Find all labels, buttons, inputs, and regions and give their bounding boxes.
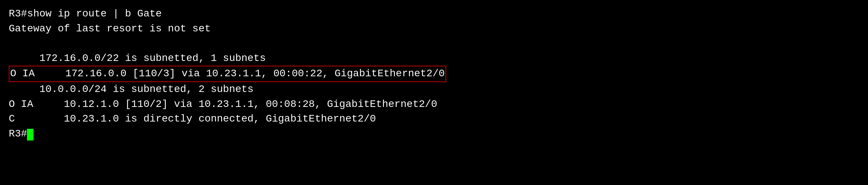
terminal-line-subnet-172: 172.16.0.0/22 is subnetted, 1 subnets (9, 51, 859, 66)
terminal-line-subnet-10: 10.0.0.0/24 is subnetted, 2 subnets (9, 82, 859, 97)
terminal-line-c-10-23: C 10.23.1.0 is directly connected, Gigab… (9, 112, 859, 127)
empty-line-1 (9, 36, 859, 51)
highlighted-route-row: O IA 172.16.0.0 [110/3] via 10.23.1.1, 0… (9, 66, 446, 82)
terminal-window: R3#show ip route | b Gate Gateway of las… (9, 7, 859, 141)
terminal-cursor (27, 129, 34, 140)
terminal-line-oia-10-12: O IA 10.12.1.0 [110/2] via 10.23.1.1, 00… (9, 97, 859, 112)
terminal-line-1: R3#show ip route | b Gate (9, 7, 859, 22)
terminal-line-2: Gateway of last resort is not set (9, 22, 859, 36)
prompt-text: R3# (9, 128, 27, 139)
terminal-line-oia-172: O IA 172.16.0.0 [110/3] via 10.23.1.1, 0… (9, 66, 859, 82)
terminal-prompt-line[interactable]: R3# (9, 127, 859, 142)
